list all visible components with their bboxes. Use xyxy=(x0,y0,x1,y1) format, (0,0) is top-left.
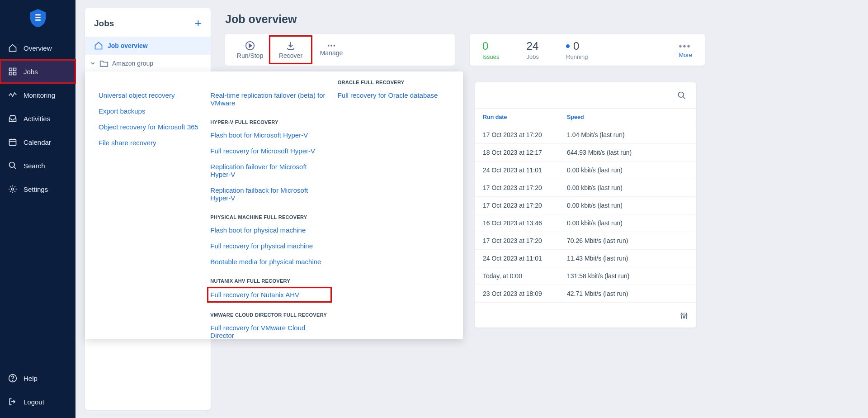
nav-label: Activities xyxy=(24,115,50,123)
search-icon[interactable] xyxy=(677,91,686,100)
activity-icon xyxy=(8,90,17,100)
dd-link-file-share-recovery[interactable]: File share recovery xyxy=(99,139,201,147)
table-row[interactable]: Today, at 0:00131.58 kbit/s (last run) xyxy=(475,267,696,285)
dd-col-2: Real-time replication failover (beta) fo… xyxy=(210,78,337,330)
nav-logout[interactable]: Logout xyxy=(0,390,75,413)
nav-label: Help xyxy=(24,375,38,382)
svg-rect-3 xyxy=(9,68,12,71)
svg-point-19 xyxy=(328,45,330,47)
play-icon xyxy=(245,41,255,51)
col-header-speed[interactable]: Speed xyxy=(567,114,688,120)
table-row[interactable]: 17 Oct 2023 at 17:201.04 Mbit/s (last ru… xyxy=(475,126,696,144)
dd-link-full-recovery-hyperv[interactable]: Full recovery for Microsoft Hyper-V xyxy=(210,147,328,155)
recover-dropdown: Universal object recovery Export backups… xyxy=(85,71,463,339)
run-stop-button[interactable]: Run/Stop xyxy=(230,37,270,63)
dd-link-full-recovery-nutanix[interactable]: Full recovery for Nutanix AHV xyxy=(210,290,328,299)
svg-rect-2 xyxy=(35,19,40,21)
dd-link-rt-replication-failover-vmware[interactable]: Real-time replication failover (beta) fo… xyxy=(210,91,328,107)
jobs-title: Jobs xyxy=(94,19,114,28)
table-row[interactable]: 17 Oct 2023 at 17:200.00 kbit/s (last ru… xyxy=(475,179,696,197)
cell-date: 17 Oct 2023 at 17:20 xyxy=(483,237,567,244)
dd-link-flash-boot-physical[interactable]: Flash boot for physical machine xyxy=(210,226,328,234)
jobs-header: Jobs + xyxy=(85,8,211,37)
svg-point-20 xyxy=(330,45,332,47)
nav-items: Overview Jobs Monitoring Activities Cale… xyxy=(0,36,75,366)
stat-jobs[interactable]: 24 Jobs xyxy=(527,40,539,60)
recover-button[interactable]: Recover xyxy=(270,37,311,63)
nav-activities[interactable]: Activities xyxy=(0,107,75,130)
more-label: More xyxy=(679,52,692,58)
nav-label: Search xyxy=(24,162,45,170)
cell-speed: 0.00 kbit/s (last run) xyxy=(567,166,688,174)
stat-label: Jobs xyxy=(527,53,539,60)
cell-speed: 42.71 Mbit/s (last run) xyxy=(567,290,688,297)
stat-running[interactable]: 0 Running xyxy=(566,40,588,60)
dd-link-full-recovery-physical[interactable]: Full recovery for physical machine xyxy=(210,242,328,250)
job-tree-item[interactable]: Amazon group xyxy=(85,55,211,72)
cell-speed: 0.00 kbit/s (last run) xyxy=(567,184,688,191)
grid-icon xyxy=(8,67,17,76)
svg-marker-18 xyxy=(249,44,252,47)
table-row[interactable]: 24 Oct 2023 at 11:010.00 kbit/s (last ru… xyxy=(475,162,696,179)
stat-issues[interactable]: 0 Issues xyxy=(482,40,500,60)
cell-speed: 11.43 Mbit/s (last run) xyxy=(567,255,688,262)
nav-settings[interactable]: Settings xyxy=(0,177,75,201)
table-settings-button[interactable] xyxy=(680,312,688,321)
nav-overview[interactable]: Overview xyxy=(0,36,75,60)
cell-date: 17 Oct 2023 at 17:20 xyxy=(483,184,567,191)
cell-date: 23 Oct 2023 at 18:09 xyxy=(483,290,567,297)
dd-link-export-backups[interactable]: Export backups xyxy=(99,107,201,115)
add-job-button[interactable]: + xyxy=(195,16,202,30)
svg-point-22 xyxy=(679,92,684,97)
svg-rect-1 xyxy=(35,17,40,18)
svg-rect-4 xyxy=(14,68,16,71)
nav-label: Overview xyxy=(24,44,52,52)
svg-point-27 xyxy=(681,314,682,315)
dd-col-1: Universal object recovery Export backups… xyxy=(99,78,210,330)
page-title: Job overview xyxy=(225,0,868,34)
manage-button[interactable]: Manage xyxy=(311,37,352,63)
cell-speed: 131.58 kbit/s (last run) xyxy=(567,272,688,280)
dd-link-flash-boot-hyperv[interactable]: Flash boot for Microsoft Hyper-V xyxy=(210,131,328,139)
table-row[interactable]: 24 Oct 2023 at 11:0111.43 Mbit/s (last r… xyxy=(475,250,696,267)
dd-link-full-recovery-vcd[interactable]: Full recovery for VMware Cloud Director xyxy=(210,324,328,339)
table-row[interactable]: 23 Oct 2023 at 18:0942.71 Mbit/s (last r… xyxy=(475,285,696,303)
dd-link-full-recovery-oracle[interactable]: Full recovery for Oracle database xyxy=(338,91,440,99)
nav-jobs[interactable]: Jobs xyxy=(0,60,75,83)
job-overview-item[interactable]: Job overview xyxy=(85,37,211,55)
cell-date: 24 Oct 2023 at 11:01 xyxy=(483,166,567,174)
table-row[interactable]: 17 Oct 2023 at 17:200.00 kbit/s (last ru… xyxy=(475,197,696,214)
nav-calendar[interactable]: Calendar xyxy=(0,130,75,154)
tool-label: Manage xyxy=(320,49,343,57)
table-row[interactable]: 16 Oct 2023 at 13:460.00 kbit/s (last ru… xyxy=(475,214,696,232)
table-row[interactable]: 17 Oct 2023 at 17:2070.26 Mbit/s (last r… xyxy=(475,232,696,250)
dd-link-bootable-media-physical[interactable]: Bootable media for physical machine xyxy=(210,258,328,266)
sidebar: Overview Jobs Monitoring Activities Cale… xyxy=(0,0,75,418)
job-overview-label: Job overview xyxy=(108,42,148,49)
tool-label: Recover xyxy=(279,52,302,59)
dd-link-replication-failback-hyperv[interactable]: Replication failback for Microsoft Hyper… xyxy=(210,186,328,202)
toolbar-card: Run/Stop Recover Manage xyxy=(225,34,455,66)
cell-speed: 0.00 kbit/s (last run) xyxy=(567,219,688,227)
cell-speed: 70.26 Mbit/s (last run) xyxy=(567,237,688,244)
stats-card: 0 Issues 24 Jobs 0 Running ••• More xyxy=(470,34,705,66)
nav-help[interactable]: Help xyxy=(0,366,75,390)
dd-link-replication-failover-hyperv[interactable]: Replication failover for Microsoft Hyper… xyxy=(210,163,328,178)
cards-row: Run/Stop Recover Manage 0 Issues 24 Jobs… xyxy=(225,34,868,66)
home-icon xyxy=(8,43,17,52)
dd-link-universal-object-recovery[interactable]: Universal object recovery xyxy=(99,91,201,99)
sliders-icon xyxy=(680,312,688,320)
stat-label: Running xyxy=(566,53,588,60)
shield-icon xyxy=(30,9,46,27)
table-row[interactable]: 18 Oct 2023 at 12:17644.93 Mbit/s (last … xyxy=(475,144,696,162)
dd-link-object-recovery-m365[interactable]: Object recovery for Microsoft 365 xyxy=(99,123,201,131)
nav-search[interactable]: Search xyxy=(0,154,75,177)
search-icon xyxy=(8,161,17,170)
nav-monitoring[interactable]: Monitoring xyxy=(0,83,75,107)
col-header-date[interactable]: Run date xyxy=(483,114,567,120)
stat-more[interactable]: ••• More xyxy=(679,41,692,58)
stat-value: 24 xyxy=(527,40,539,52)
table-header: Run date Speed xyxy=(475,109,696,126)
svg-point-11 xyxy=(9,162,15,168)
home-icon xyxy=(94,41,103,50)
